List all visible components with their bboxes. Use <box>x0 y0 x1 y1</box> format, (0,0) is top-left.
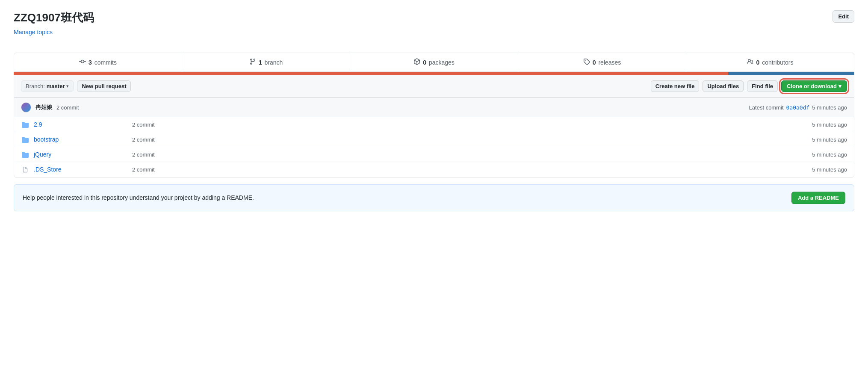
commit-sha[interactable]: 0a0a0df <box>786 104 810 111</box>
file-time: 5 minutes ago <box>812 136 847 143</box>
file-time: 5 minutes ago <box>812 151 847 158</box>
readme-banner-text: Help people interested in this repositor… <box>23 194 254 201</box>
latest-commit-label: Latest commit <box>749 104 784 111</box>
language-bar <box>14 72 854 75</box>
file-commit-message: 2 commit <box>124 121 808 128</box>
folder-icon <box>21 136 30 143</box>
stats-bar: 3 commits 1 branch 0 packages 0 releases <box>14 53 854 72</box>
commits-icon <box>79 58 86 66</box>
branch-label: branch <box>264 59 283 66</box>
releases-label: releases <box>598 59 621 66</box>
releases-stat[interactable]: 0 releases <box>518 53 686 71</box>
clone-chevron-icon: ▾ <box>838 83 841 89</box>
file-name-link[interactable]: jQuery <box>34 151 119 158</box>
packages-icon <box>413 58 420 66</box>
table-row: 2.9 2 commit 5 minutes ago <box>14 117 854 132</box>
add-readme-button[interactable]: Add a README <box>791 192 845 204</box>
branch-icon <box>249 58 256 66</box>
lang-segment-red <box>14 72 728 75</box>
branch-count: 1 <box>259 59 262 66</box>
packages-label: packages <box>429 59 455 66</box>
file-time: 5 minutes ago <box>812 166 847 173</box>
toolbar-left: Branch: master ▾ New pull request <box>21 80 131 92</box>
branch-selector[interactable]: Branch: master ▾ <box>21 80 74 92</box>
contributors-icon <box>747 58 754 66</box>
folder-icon <box>21 151 30 158</box>
manage-topics-link[interactable]: Manage topics <box>14 29 53 36</box>
file-time: 5 minutes ago <box>812 121 847 128</box>
commit-message: 2 commit <box>56 104 79 111</box>
avatar <box>21 102 31 113</box>
file-rows-container: 2.9 2 commit 5 minutes ago bootstrap 2 c… <box>14 117 854 177</box>
repo-title: ZZQ1907班代码 <box>14 10 94 25</box>
file-name-link[interactable]: .DS_Store <box>34 166 119 173</box>
file-name-link[interactable]: 2.9 <box>34 121 119 128</box>
commit-right: Latest commit 0a0a0df 5 minutes ago <box>749 104 847 111</box>
repo-header: ZZQ1907班代码 Edit <box>14 10 854 25</box>
file-toolbar: Branch: master ▾ New pull request Create… <box>14 75 854 98</box>
toolbar-right: Create new file Upload files Find file C… <box>651 80 847 92</box>
latest-commit-row: 冉姑娘 2 commit Latest commit 0a0a0df 5 min… <box>14 98 854 117</box>
commits-stat[interactable]: 3 commits <box>14 53 182 71</box>
releases-count: 0 <box>593 59 596 66</box>
releases-icon <box>583 58 590 66</box>
file-name-link[interactable]: bootstrap <box>34 136 119 143</box>
current-branch-label: master <box>47 83 65 89</box>
create-new-file-button[interactable]: Create new file <box>651 80 700 92</box>
file-icon <box>21 166 30 174</box>
contributors-label: contributors <box>762 59 793 66</box>
file-commit-message: 2 commit <box>124 136 808 143</box>
commit-author[interactable]: 冉姑娘 <box>35 104 52 111</box>
contributors-count: 0 <box>756 59 760 66</box>
folder-icon <box>21 121 30 128</box>
readme-banner: Help people interested in this repositor… <box>14 184 854 211</box>
table-row: bootstrap 2 commit 5 minutes ago <box>14 132 854 147</box>
branch-stat[interactable]: 1 branch <box>182 53 350 71</box>
commit-time: 5 minutes ago <box>812 104 847 111</box>
table-row: .DS_Store 2 commit 5 minutes ago <box>14 162 854 177</box>
edit-button[interactable]: Edit <box>833 10 854 23</box>
table-row: jQuery 2 commit 5 minutes ago <box>14 147 854 162</box>
lang-segment-blue <box>728 72 854 75</box>
file-commit-message: 2 commit <box>124 151 808 158</box>
new-pull-request-button[interactable]: New pull request <box>77 80 131 92</box>
find-file-button[interactable]: Find file <box>747 80 778 92</box>
branch-chevron-icon: ▾ <box>66 83 69 89</box>
packages-stat[interactable]: 0 packages <box>350 53 518 71</box>
packages-count: 0 <box>423 59 426 66</box>
contributors-stat[interactable]: 0 contributors <box>686 53 854 71</box>
file-table: 冉姑娘 2 commit Latest commit 0a0a0df 5 min… <box>14 98 854 178</box>
upload-files-button[interactable]: Upload files <box>703 80 744 92</box>
commits-label: commits <box>94 59 117 66</box>
commits-count: 3 <box>89 59 92 66</box>
clone-or-download-button[interactable]: Clone or download ▾ <box>781 80 847 92</box>
file-commit-message: 2 commit <box>124 166 808 173</box>
branch-prefix-label: Branch: <box>26 83 45 89</box>
clone-button-label: Clone or download <box>787 83 837 89</box>
